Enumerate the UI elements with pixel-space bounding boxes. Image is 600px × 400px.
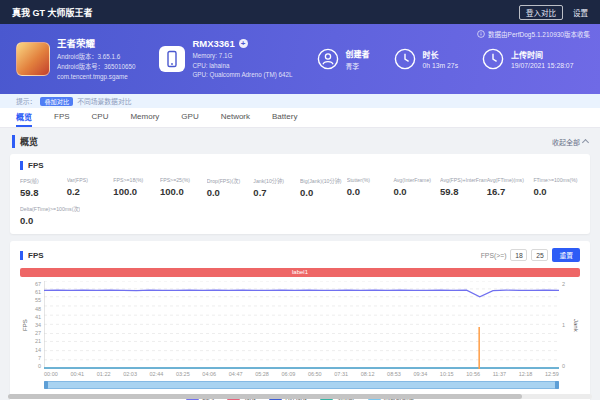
stat-value: 0.0 xyxy=(533,186,580,197)
y-axis-ticks-right: 210 xyxy=(559,281,571,369)
stat-value: 0.7 xyxy=(253,187,300,198)
device-add-icon[interactable]: + xyxy=(239,39,248,48)
creator-value: 青李 xyxy=(346,61,370,71)
tab-memory[interactable]: Memory xyxy=(130,108,159,127)
fps-stats-row2: Delta(FTime)>=100ms(次)0.0 xyxy=(20,205,580,226)
x-axis-labels: 00:0000:4101:2202:0302:4403:2504:0604:47… xyxy=(44,371,559,377)
fps-chart-title: FPS xyxy=(20,251,44,260)
game-app-icon xyxy=(16,42,50,76)
data-source-note: 数据由PerfDog5.1.210930版本收集 xyxy=(477,29,590,39)
tab-network[interactable]: Network xyxy=(221,108,250,127)
x-tick: 00:41 xyxy=(70,371,84,377)
device-gpu: GPU: Qualcomm Adreno (TM) 642L xyxy=(192,70,292,80)
stat-item-0: FPS(帧)59.8 xyxy=(20,177,67,198)
duration-value: 0h 13m 27s xyxy=(423,62,459,69)
stat-item-8: Avg(InterFrame)0.0 xyxy=(393,177,440,198)
hint-prefix: 提示： xyxy=(16,96,36,106)
y-tick: 0 xyxy=(38,363,41,369)
game-details: Android版本：3.65.1.6 Android版本号：365010650 … xyxy=(57,52,135,81)
duration-block: 时长 0h 13m 27s xyxy=(394,48,459,70)
stat-label: Avg(FTime)(ms) xyxy=(487,177,534,183)
top-header: 真我 GT 大师版王者 登入对比 设置 xyxy=(0,0,600,24)
fps-chart-card: FPS FPS(>=) 重置 label1 FPS 67615548413427… xyxy=(10,241,590,400)
settings-button[interactable]: 设置 xyxy=(573,7,588,18)
device-name-row: RMX3361 + xyxy=(192,38,292,49)
duration-label: 时长 xyxy=(423,49,459,60)
y-tick: 27 xyxy=(35,330,41,336)
stat-item-0: Delta(FTime)>=100ms(次)0.0 xyxy=(20,205,80,226)
x-tick: 06:50 xyxy=(308,371,322,377)
stat-item-5: Jank(10分钟)0.7 xyxy=(253,177,300,198)
login-compare-button[interactable]: 登入对比 xyxy=(519,5,563,20)
threshold-apply-button[interactable]: 重置 xyxy=(552,248,580,262)
stat-value: 0.0 xyxy=(207,187,254,198)
stat-value: 0.0 xyxy=(300,187,347,198)
x-tick: 09:34 xyxy=(413,371,427,377)
stat-value: 0.0 xyxy=(347,186,394,197)
chart-label-band: label1 xyxy=(20,268,580,277)
stat-value: 59.8 xyxy=(440,186,487,197)
tab-fps[interactable]: FPS xyxy=(54,108,70,127)
game-info-block: 王者荣耀 Android版本：3.65.1.6 Android版本号：36501… xyxy=(16,36,135,81)
stat-item-11: FTime>=100ms(%)0.0 xyxy=(533,177,580,198)
tab-cpu[interactable]: CPU xyxy=(92,108,109,127)
x-tick: 03:25 xyxy=(176,371,190,377)
y-axis-title-left: FPS xyxy=(20,281,29,369)
x-tick: 06:09 xyxy=(282,371,296,377)
x-tick: 11:37 xyxy=(493,371,506,377)
threshold-label: FPS(>=) xyxy=(481,252,507,259)
y-tick-right: 1 xyxy=(562,322,565,328)
x-tick: 08:12 xyxy=(361,371,375,377)
stat-label: Stutter(%) xyxy=(347,177,394,183)
fps-plot-area[interactable] xyxy=(44,281,559,369)
stat-item-7: Stutter(%)0.0 xyxy=(347,177,394,198)
fps-stats-title: FPS xyxy=(20,161,580,170)
fps-chart-wrap: FPS 67615548413427211470 00:0000:4101:22… xyxy=(20,281,580,389)
fps-chart-header: FPS FPS(>=) 重置 xyxy=(20,248,580,262)
y-tick-right: 0 xyxy=(562,363,565,369)
stat-label: Delta(FTime)>=100ms(次) xyxy=(20,205,80,212)
x-tick: 02:44 xyxy=(150,371,164,377)
threshold-input-high[interactable] xyxy=(531,249,548,261)
stat-value: 0.0 xyxy=(393,186,440,197)
stat-item-6: Big(Jank)(10分钟)0.0 xyxy=(300,177,347,198)
main-content: 概览 收起全部 FPS FPS(帧)59.8Var(FPS)0.2FPS>=18… xyxy=(0,128,600,400)
device-details: Memory: 7.1G CPU: lahaina GPU: Qualcomm … xyxy=(192,51,292,80)
tab-bar: 概览FPSCPUMemoryGPUNetworkBattery xyxy=(0,108,600,128)
stat-label: Avg(FPS)+InterFrame xyxy=(440,177,487,183)
fps-threshold-controls: FPS(>=) 重置 xyxy=(481,248,580,262)
stat-value: 16.7 xyxy=(487,186,534,197)
x-tick: 02:03 xyxy=(123,371,137,377)
chart-zoom-brush[interactable] xyxy=(44,381,559,389)
stat-label: FPS>=18(%) xyxy=(113,177,160,183)
game-android-version: Android版本：3.65.1.6 xyxy=(57,52,135,62)
tab-overview[interactable]: 概览 xyxy=(16,108,32,127)
overview-section-title: 概览 xyxy=(12,135,38,148)
phone-icon xyxy=(159,46,185,72)
tab-battery[interactable]: Battery xyxy=(272,108,297,127)
game-android-build: Android版本号：365010650 xyxy=(57,62,135,72)
x-tick: 04:47 xyxy=(229,371,243,377)
threshold-input-low[interactable] xyxy=(510,249,527,261)
y-tick-right: 2 xyxy=(562,281,565,287)
stat-value: 59.8 xyxy=(20,187,67,198)
horizontal-scrollbar[interactable] xyxy=(8,394,592,399)
stat-value: 100.0 xyxy=(160,186,207,197)
x-tick: 01:22 xyxy=(97,371,111,377)
fps-stats-grid: FPS(帧)59.8Var(FPS)0.2FPS>=18(%)100.0FPS>… xyxy=(20,177,580,198)
scrollbar-thumb[interactable] xyxy=(8,394,522,399)
upload-time-block: 上传时间 19/07/2021 15:28:07 xyxy=(482,48,573,70)
y-tick: 41 xyxy=(35,314,41,320)
device-cpu: CPU: lahaina xyxy=(192,61,292,71)
y-axis-title-right: Jank xyxy=(571,281,580,369)
device-info-block: RMX3361 + Memory: 7.1G CPU: lahaina GPU:… xyxy=(159,38,292,80)
tab-gpu[interactable]: GPU xyxy=(181,108,198,127)
hint-text: 不同场景数据对比 xyxy=(77,96,131,106)
collapse-all-button[interactable]: 收起全部 xyxy=(552,137,588,147)
info-icon xyxy=(477,30,485,38)
stat-item-2: FPS>=18(%)100.0 xyxy=(113,177,160,198)
x-tick: 10:15 xyxy=(440,371,454,377)
y-tick: 48 xyxy=(35,306,41,312)
upload-time-value: 19/07/2021 15:28:07 xyxy=(511,62,573,69)
y-tick: 55 xyxy=(35,297,41,303)
